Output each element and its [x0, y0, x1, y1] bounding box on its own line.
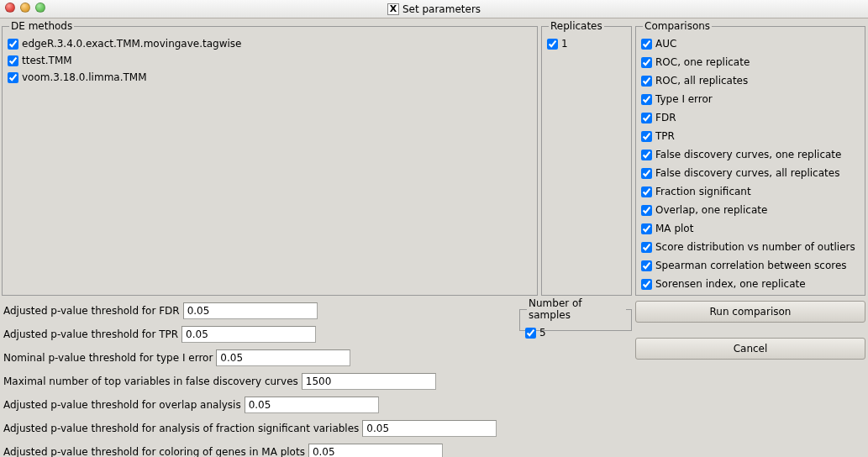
- comparison-item[interactable]: Score distribution vs number of outliers: [641, 238, 860, 256]
- overlap-threshold-input[interactable]: [245, 397, 379, 413]
- param-row-fracsig: Adjusted p-value threshold for analysis …: [3, 417, 497, 440]
- de-method-checkbox[interactable]: [8, 39, 18, 50]
- param-label: Adjusted p-value threshold for analysis …: [3, 423, 362, 434]
- fracsig-threshold-input[interactable]: [362, 420, 497, 437]
- comparison-label: Type I error: [655, 93, 713, 105]
- comparison-item[interactable]: Sorensen index, one replicate: [641, 275, 860, 293]
- comparison-label: AUC: [655, 38, 676, 50]
- param-label: Adjusted p-value threshold for overlap a…: [3, 399, 245, 411]
- param-label: Adjusted p-value threshold for coloring …: [3, 446, 308, 457]
- comparison-label: FDR: [655, 112, 676, 123]
- param-label: Nominal p-value threshold for type I err…: [3, 352, 216, 364]
- de-method-label: edgeR.3.4.0.exact.TMM.movingave.tagwise: [22, 38, 241, 50]
- fdc-topvars-input[interactable]: [302, 373, 436, 390]
- comparison-label: MA plot: [655, 223, 693, 234]
- comparisons-panel: Comparisons AUC ROC, one replicate ROC, …: [635, 20, 865, 296]
- comparison-checkbox[interactable]: [641, 205, 652, 216]
- comparison-label: False discovery curves, one replicate: [655, 149, 841, 160]
- de-method-checkbox[interactable]: [8, 72, 18, 83]
- window-controls: [5, 3, 45, 13]
- param-row-type1: Nominal p-value threshold for type I err…: [3, 346, 497, 370]
- de-method-item[interactable]: voom.3.18.0.limma.TMM: [8, 69, 532, 86]
- comparison-label: Fraction significant: [655, 186, 751, 197]
- comparison-item[interactable]: FDR: [641, 108, 860, 127]
- replicates-panel: Replicates 1: [541, 20, 632, 296]
- comparison-checkbox[interactable]: [641, 186, 652, 197]
- de-methods-legend: DE methods: [9, 20, 74, 32]
- samples-item[interactable]: 5: [525, 324, 626, 341]
- minimize-window-button[interactable]: [20, 3, 30, 13]
- ma-threshold-input[interactable]: [308, 444, 443, 457]
- de-method-item[interactable]: ttest.TMM: [8, 52, 532, 69]
- comparison-checkbox[interactable]: [641, 94, 652, 105]
- param-label: Adjusted p-value threshold for TPR: [3, 328, 181, 340]
- comparison-item[interactable]: False discovery curves, one replicate: [641, 145, 860, 164]
- samples-checkbox[interactable]: [525, 328, 536, 339]
- comparison-checkbox[interactable]: [641, 260, 652, 271]
- comparison-item[interactable]: Spearman correlation between scores: [641, 256, 860, 275]
- replicate-checkbox[interactable]: [547, 39, 558, 50]
- param-row-fdr: Adjusted p-value threshold for FDR: [3, 299, 497, 323]
- comparison-label: Spearman correlation between scores: [655, 260, 847, 271]
- comparison-item[interactable]: Fraction significant: [641, 182, 860, 201]
- comparison-label: Score distribution vs number of outliers: [655, 241, 855, 253]
- comparison-item[interactable]: MA plot: [641, 219, 860, 238]
- de-methods-panel: DE methods edgeR.3.4.0.exact.TMM.movinga…: [2, 20, 538, 296]
- x11-icon: X: [387, 3, 399, 15]
- comparison-checkbox[interactable]: [641, 168, 652, 179]
- comparison-item[interactable]: Overlap, one replicate: [641, 201, 860, 219]
- de-method-label: ttest.TMM: [22, 55, 72, 66]
- comparison-checkbox[interactable]: [641, 279, 652, 290]
- replicate-label: 1: [561, 38, 568, 50]
- comparison-label: Overlap, one replicate: [655, 204, 767, 216]
- param-row-fdc: Maximal number of top variables in false…: [3, 370, 497, 393]
- comparison-item[interactable]: AUC: [641, 34, 860, 53]
- samples-label: 5: [539, 327, 546, 339]
- replicates-legend: Replicates: [549, 20, 604, 32]
- param-row-tpr: Adjusted p-value threshold for TPR: [3, 323, 497, 346]
- de-method-label: voom.3.18.0.limma.TMM: [22, 71, 147, 83]
- comparison-item[interactable]: ROC, all replicates: [641, 71, 860, 90]
- samples-legend: Number of samples: [527, 297, 626, 321]
- samples-panel: Number of samples 5: [519, 297, 632, 331]
- cancel-button[interactable]: Cancel: [635, 338, 865, 360]
- comparison-checkbox[interactable]: [641, 39, 652, 50]
- comparison-item[interactable]: TPR: [641, 127, 860, 145]
- comparison-label: Sorensen index, one replicate: [655, 278, 806, 290]
- comparison-label: TPR: [655, 130, 675, 142]
- close-window-button[interactable]: [5, 3, 15, 13]
- param-label: Maximal number of top variables in false…: [3, 376, 302, 387]
- replicate-item[interactable]: 1: [547, 35, 626, 52]
- titlebar: X Set parameters: [0, 0, 868, 18]
- comparison-checkbox[interactable]: [641, 223, 652, 234]
- param-label: Adjusted p-value threshold for FDR: [3, 305, 183, 317]
- comparison-checkbox[interactable]: [641, 150, 652, 160]
- comparisons-legend: Comparisons: [643, 20, 712, 32]
- comparison-checkbox[interactable]: [641, 131, 652, 142]
- comparison-label: False discovery curves, all replicates: [655, 167, 839, 179]
- comparison-label: ROC, one replicate: [655, 56, 750, 68]
- comparison-label: ROC, all replicates: [655, 75, 748, 87]
- type1-threshold-input[interactable]: [216, 349, 350, 366]
- param-row-ma: Adjusted p-value threshold for coloring …: [3, 440, 497, 457]
- comparison-checkbox[interactable]: [641, 113, 652, 123]
- comparison-item[interactable]: False discovery curves, all replicates: [641, 164, 860, 182]
- window-title: Set parameters: [402, 3, 481, 15]
- comparison-checkbox[interactable]: [641, 57, 652, 68]
- zoom-window-button[interactable]: [35, 3, 45, 13]
- comparison-item[interactable]: Type I error: [641, 90, 860, 108]
- de-method-checkbox[interactable]: [8, 55, 18, 66]
- fdr-threshold-input[interactable]: [183, 302, 318, 319]
- comparison-checkbox[interactable]: [641, 76, 652, 87]
- comparison-checkbox[interactable]: [641, 242, 652, 253]
- param-row-overlap: Adjusted p-value threshold for overlap a…: [3, 393, 497, 417]
- de-method-item[interactable]: edgeR.3.4.0.exact.TMM.movingave.tagwise: [8, 35, 532, 52]
- run-comparison-button[interactable]: Run comparison: [635, 301, 865, 323]
- tpr-threshold-input[interactable]: [181, 326, 316, 343]
- comparison-item[interactable]: ROC, one replicate: [641, 53, 860, 71]
